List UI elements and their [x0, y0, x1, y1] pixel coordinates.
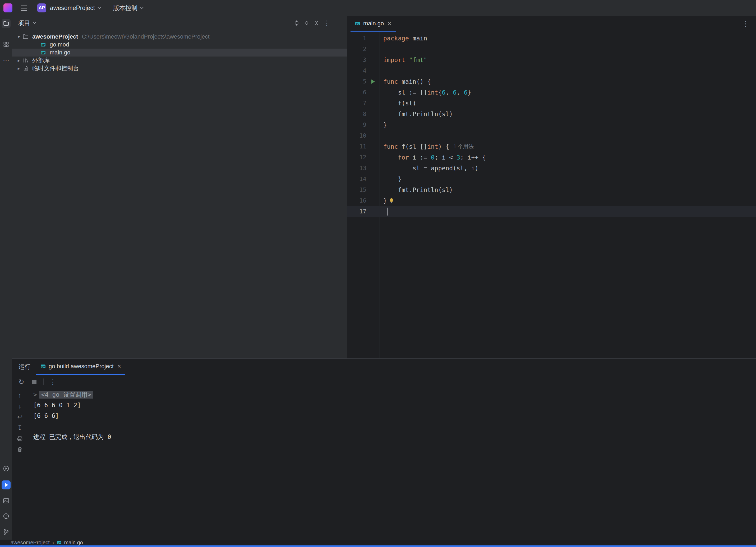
collapsed-command[interactable]: <4 go 设置调用>: [39, 391, 93, 398]
editor-code[interactable]: 1package main23import "fmt"45func main()…: [347, 32, 756, 358]
code-line-5[interactable]: 5func main() {: [347, 76, 756, 87]
code-line-13[interactable]: 13 sl = append(sl, i): [347, 163, 756, 174]
stop-icon[interactable]: [30, 377, 39, 386]
text-cursor: [387, 208, 388, 216]
vcs-menu[interactable]: 版本控制: [113, 4, 137, 12]
tab-go-build[interactable]: go go build awesomeProject ×: [36, 359, 125, 375]
play-circle-icon[interactable]: [2, 464, 11, 473]
print-icon[interactable]: [15, 434, 24, 443]
toolbar-divider: [43, 378, 44, 385]
code-line-14[interactable]: 14 }: [347, 174, 756, 184]
terminal-icon[interactable]: [2, 496, 11, 505]
code-line-9[interactable]: 9}: [347, 119, 756, 130]
project-folder-icon[interactable]: [2, 19, 11, 28]
scroll-to-end-icon[interactable]: ↧: [15, 423, 24, 432]
breadcrumb-file[interactable]: main.go: [64, 540, 83, 546]
project-panel-title[interactable]: 项目: [18, 19, 30, 27]
lib-icon: [23, 58, 30, 63]
tab-main-go[interactable]: go main.go ×: [351, 16, 396, 32]
gutter-slot: [366, 195, 380, 206]
code-text: }: [380, 176, 402, 183]
code-line-12[interactable]: 12 for i := 0; i < 3; i++ {: [347, 152, 756, 163]
trash-icon[interactable]: [15, 445, 24, 454]
tree-item-go.mod[interactable]: gogo.mod: [12, 41, 347, 49]
close-icon[interactable]: ×: [388, 20, 391, 27]
run-tab-bar: 运行 go go build awesomeProject ×: [12, 359, 756, 375]
run-line-gutter[interactable]: [366, 76, 380, 87]
title-bar: AP awesomeProject 版本控制: [0, 0, 756, 16]
code-text: sl := []int{6, 6, 6}: [380, 89, 471, 96]
run-tool-label[interactable]: 运行: [19, 363, 31, 371]
tree-chevron-icon[interactable]: ▸: [15, 58, 23, 63]
lightbulb-icon[interactable]: [388, 197, 395, 204]
code-line-15[interactable]: 15 fmt.Println(sl): [347, 184, 756, 195]
line-number: 8: [347, 111, 366, 117]
console-lines[interactable]: ><4 go 设置调用>[6 6 6 0 1 2][6 6 6] 进程 已完成，…: [27, 389, 756, 540]
git-branch-icon[interactable]: [2, 527, 11, 536]
editor-options-icon[interactable]: ⋮: [742, 20, 749, 28]
project-badge[interactable]: AP: [37, 3, 46, 12]
project-name[interactable]: awesomeProject: [50, 4, 95, 12]
more-options-icon[interactable]: ⋮: [322, 18, 331, 27]
tree-item-main.go[interactable]: gomain.go: [12, 49, 347, 57]
tree-chevron-icon[interactable]: ▾: [15, 34, 23, 40]
tree-item-外部库[interactable]: ▸外部库: [12, 57, 347, 64]
gutter-slot: [366, 206, 380, 217]
chevron-down-icon[interactable]: [98, 6, 101, 9]
code-line-8[interactable]: 8 fmt.Println(sl): [347, 109, 756, 119]
line-number: 7: [347, 100, 366, 107]
down-arrow-icon[interactable]: ↓: [15, 402, 24, 411]
code-line-11[interactable]: 11func f(sl []int) {1 个用法: [347, 141, 756, 152]
hide-panel-icon[interactable]: [332, 18, 341, 27]
code-line-10[interactable]: 10: [347, 130, 756, 141]
tree-item-label: 外部库: [32, 57, 50, 64]
line-number: 12: [347, 154, 366, 161]
project-tree: ▾awesomeProjectC:\Users\meowr\GolandProj…: [12, 30, 347, 72]
gutter-slot: [366, 184, 380, 195]
code-line-3[interactable]: 3import "fmt": [347, 54, 756, 65]
code-line-17[interactable]: 17: [347, 206, 756, 217]
gutter-slot: [366, 130, 380, 141]
tree-chevron-icon[interactable]: ▸: [15, 66, 23, 71]
code-text: }: [380, 197, 387, 204]
chevron-down-icon[interactable]: [33, 21, 36, 24]
code-line-1[interactable]: 1package main: [347, 33, 756, 44]
bottom-blue-strip: [0, 545, 756, 547]
line-number: 15: [347, 187, 366, 193]
usages-inlay-hint[interactable]: 1 个用法: [453, 143, 474, 150]
expand-all-icon[interactable]: [302, 18, 311, 27]
go-icon: go: [40, 42, 48, 48]
run-toolbar: ↻ ⋮: [12, 375, 756, 389]
grid-icon[interactable]: [2, 40, 11, 49]
run-tool-window-icon[interactable]: [2, 480, 11, 489]
breadcrumb-project[interactable]: awesomeProject: [11, 540, 50, 546]
hamburger-menu-icon[interactable]: [21, 8, 27, 8]
code-line-2[interactable]: 2: [347, 44, 756, 54]
code-line-16[interactable]: 16}: [347, 195, 756, 206]
more-options-icon[interactable]: ⋮: [48, 377, 57, 386]
soft-wrap-icon[interactable]: ↩: [15, 412, 24, 421]
console-line: [6 6 6]: [33, 410, 756, 421]
code-line-7[interactable]: 7 f(sl): [347, 98, 756, 109]
up-arrow-icon[interactable]: ↑: [15, 391, 24, 400]
code-line-6[interactable]: 6 sl := []int{6, 6, 6}: [347, 87, 756, 98]
gutter-slot: [366, 119, 380, 130]
exclamation-circle-icon[interactable]: [2, 512, 11, 521]
run-line-icon[interactable]: [371, 80, 375, 84]
locate-file-icon[interactable]: [292, 18, 301, 27]
tree-item-awesomeProject[interactable]: ▾awesomeProjectC:\Users\meowr\GolandProj…: [12, 33, 347, 41]
close-icon[interactable]: ×: [117, 363, 121, 370]
gutter-slot: [366, 87, 380, 98]
collapse-all-icon[interactable]: [312, 18, 321, 27]
tree-item-临时文件和控制台[interactable]: ▸临时文件和控制台: [12, 64, 347, 72]
run-tool-window: 运行 go go build awesomeProject × ↻ ⋮ ↑ ↓ …: [12, 358, 756, 540]
gutter-slot: [366, 33, 380, 44]
rerun-icon[interactable]: ↻: [17, 377, 26, 386]
ellipsis-icon[interactable]: ⋯: [2, 56, 11, 65]
go-file-icon: go: [355, 21, 361, 26]
tree-item-label: awesomeProject: [32, 33, 78, 40]
code-line-4[interactable]: 4: [347, 65, 756, 76]
line-number: 6: [347, 89, 366, 96]
chevron-down-icon[interactable]: [140, 6, 144, 9]
folder-icon: [23, 34, 30, 40]
